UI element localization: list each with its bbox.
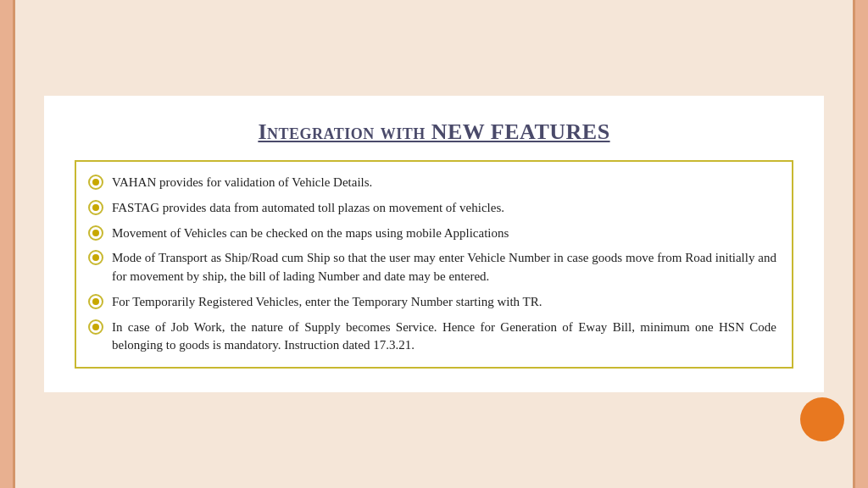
bullet-text-3: Movement of Vehicles can be checked on t… xyxy=(112,225,776,243)
list-item: FASTAG provides data from automated toll… xyxy=(88,199,776,218)
bullet-text-2: FASTAG provides data from automated toll… xyxy=(112,199,776,218)
list-item: VAHAN provides for validation of Vehicle… xyxy=(88,174,776,192)
bullet-text-6: In case of Job Work, the nature of Suppl… xyxy=(112,319,776,356)
orange-circle-decoration xyxy=(800,397,844,441)
slide-container: Integration with NEW FEATURES VAHAN prov… xyxy=(44,96,824,392)
list-item: In case of Job Work, the nature of Suppl… xyxy=(88,319,776,356)
bullet-icon xyxy=(88,175,103,190)
bullet-icon xyxy=(88,200,103,215)
right-decorative-border xyxy=(853,0,868,488)
bullet-icon xyxy=(88,294,103,309)
bullet-icon xyxy=(88,225,103,241)
bullet-icon xyxy=(88,250,103,265)
bullet-list: VAHAN provides for validation of Vehicle… xyxy=(88,174,776,355)
list-item: Movement of Vehicles can be checked on t… xyxy=(88,225,776,243)
list-item: For Temporarily Registered Vehicles, ent… xyxy=(88,293,776,312)
bullet-text-4: Mode of Transport as Ship/Road cum Ship … xyxy=(112,249,776,286)
bullet-text-5: For Temporarily Registered Vehicles, ent… xyxy=(112,293,776,312)
slide-title: Integration with NEW FEATURES xyxy=(75,119,793,145)
bullet-text-1: VAHAN provides for validation of Vehicle… xyxy=(112,174,776,192)
list-item: Mode of Transport as Ship/Road cum Ship … xyxy=(88,249,776,286)
bullet-icon xyxy=(88,319,103,335)
left-decorative-border xyxy=(0,0,15,488)
content-box: VAHAN provides for validation of Vehicle… xyxy=(75,160,793,369)
